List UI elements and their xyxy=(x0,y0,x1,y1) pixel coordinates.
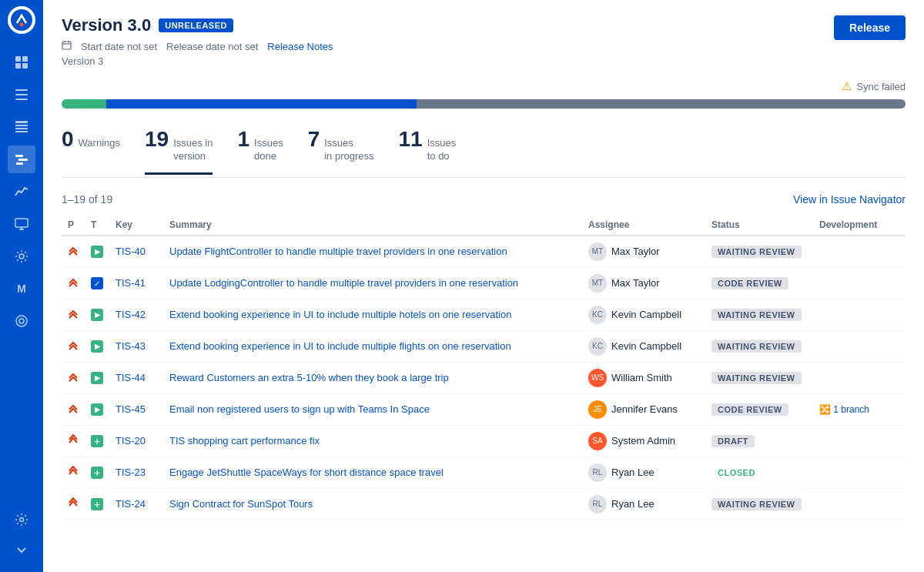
dev-branch[interactable]: 🔀 1 branch xyxy=(819,404,869,415)
issue-key-link[interactable]: TIS-41 xyxy=(116,277,146,289)
issue-key[interactable]: TIS-43 xyxy=(109,330,163,362)
dev-cell xyxy=(813,488,906,520)
dev-cell xyxy=(813,267,906,299)
issue-key-link[interactable]: TIS-23 xyxy=(116,467,146,478)
type-cell: + xyxy=(85,457,109,488)
priority-cell xyxy=(62,267,85,299)
sidebar-icon-monitor[interactable] xyxy=(8,210,35,238)
app-logo[interactable] xyxy=(8,6,35,34)
type-cell: ▶ xyxy=(85,236,109,268)
issue-summary[interactable]: Update FlightController to handle multip… xyxy=(163,236,582,268)
sidebar-icon-list[interactable] xyxy=(8,81,35,109)
svg-rect-10 xyxy=(15,125,28,126)
status-cell: WAITING REVIEW xyxy=(705,236,813,268)
table-row: ▶ TIS-40 Update FlightController to hand… xyxy=(62,236,906,268)
status-cell: CODE REVIEW xyxy=(705,267,813,299)
issue-key[interactable]: TIS-44 xyxy=(109,362,163,393)
header-meta: Start date not set Release date not set … xyxy=(62,40,333,52)
release-date-label: Release date not set xyxy=(166,41,258,52)
sidebar-icon-expand[interactable] xyxy=(8,536,35,564)
priority-cell xyxy=(62,488,85,520)
status-cell: CODE REVIEW xyxy=(705,393,813,425)
priority-cell xyxy=(62,236,85,268)
issue-summary[interactable]: Engage JetShuttle SpaceWays for short di… xyxy=(163,457,582,488)
sidebar-icon-table[interactable] xyxy=(8,113,35,141)
sync-warning-icon: ⚠ xyxy=(842,79,852,93)
sidebar-icon-chart[interactable] xyxy=(8,178,35,206)
issue-summary[interactable]: Extend booking experience in UI to inclu… xyxy=(163,330,582,362)
progress-inprogress xyxy=(106,99,417,109)
release-button[interactable]: Release xyxy=(834,15,906,40)
issue-summary[interactable]: Update LodgingController to handle multi… xyxy=(163,267,582,299)
svg-rect-12 xyxy=(15,131,28,132)
table-row: + TIS-23 Engage JetShuttle SpaceWays for… xyxy=(62,457,906,488)
version-title-row: Version 3.0 UNRELEASED xyxy=(62,15,333,35)
progress-done xyxy=(62,99,106,109)
stat-issues-done[interactable]: 1 Issuesdone xyxy=(237,127,283,175)
stat-issues-version[interactable]: 19 Issues inversion xyxy=(145,127,213,175)
assignee-avatar: MT xyxy=(588,274,607,293)
stat-issues-todo-label: Issuesto do xyxy=(427,137,457,163)
issue-key-link[interactable]: TIS-45 xyxy=(116,403,146,415)
assignee-name: Ryan Lee xyxy=(611,467,654,478)
issue-summary[interactable]: Sign Contract for SunSpot Tours xyxy=(163,488,582,520)
assignee-avatar: JE xyxy=(588,400,607,419)
status-cell: CLOSED xyxy=(705,457,813,488)
table-header-row: 1–19 of 19 View in Issue Navigator xyxy=(62,193,906,206)
issue-key-link[interactable]: TIS-24 xyxy=(116,498,146,510)
priority-cell xyxy=(62,299,85,330)
svg-point-0 xyxy=(11,9,32,31)
assignee-name: Kevin Campbell xyxy=(611,309,681,320)
priority-cell xyxy=(62,330,85,362)
sync-failed-row: ⚠ Sync failed xyxy=(62,79,906,93)
sidebar-icon-board[interactable] xyxy=(8,49,35,76)
issue-key[interactable]: TIS-40 xyxy=(109,236,163,268)
version-title: Version 3.0 xyxy=(62,15,151,35)
issue-summary[interactable]: Email non registered users to sign up wi… xyxy=(163,393,582,425)
priority-cell xyxy=(62,425,85,457)
stat-warnings-label: Warnings xyxy=(79,137,120,150)
dev-cell xyxy=(813,299,906,330)
sidebar-icon-gear[interactable] xyxy=(8,506,35,534)
assignee-cell: SA System Admin xyxy=(582,425,705,457)
view-navigator-link[interactable]: View in Issue Navigator xyxy=(793,193,906,206)
sidebar-icon-plugin[interactable] xyxy=(8,307,35,335)
issue-key-link[interactable]: TIS-42 xyxy=(116,309,146,320)
sidebar-icon-roadmap[interactable] xyxy=(8,146,35,173)
stat-warnings[interactable]: 0 Warnings xyxy=(62,127,120,175)
stat-warnings-number: 0 xyxy=(62,127,74,152)
issue-key-link[interactable]: TIS-44 xyxy=(116,372,146,383)
col-header-key: Key xyxy=(109,215,163,236)
stat-issues-todo[interactable]: 11 Issuesto do xyxy=(399,127,457,175)
main-content: Version 3.0 UNRELEASED Start date not se… xyxy=(43,0,924,572)
issue-summary[interactable]: Reward Customers an extra 5-10% when the… xyxy=(163,362,582,393)
assignee-name: Jennifer Evans xyxy=(611,403,678,415)
release-notes-link[interactable]: Release Notes xyxy=(267,41,333,52)
dev-cell xyxy=(813,236,906,268)
issue-key[interactable]: TIS-41 xyxy=(109,267,163,299)
issue-summary[interactable]: Extend booking experience in UI to inclu… xyxy=(163,299,582,330)
table-row: + TIS-20 TIS shopping cart performance f… xyxy=(62,425,906,457)
assignee-name: William Smith xyxy=(611,372,672,383)
stat-issues-inprogress[interactable]: 7 Issuesin progress xyxy=(308,127,374,175)
issue-key-link[interactable]: TIS-20 xyxy=(116,435,146,447)
sidebar-icon-module[interactable]: M xyxy=(8,275,35,303)
issue-key-link[interactable]: TIS-43 xyxy=(116,340,146,352)
issue-key[interactable]: TIS-20 xyxy=(109,425,163,457)
issue-summary[interactable]: TIS shopping cart performance fix xyxy=(163,425,582,457)
table-row: ▶ TIS-45 Email non registered users to s… xyxy=(62,393,906,425)
issue-key[interactable]: TIS-42 xyxy=(109,299,163,330)
assignee-name: Ryan Lee xyxy=(611,498,654,510)
svg-point-20 xyxy=(16,316,27,326)
stat-issues-done-label: Issuesdone xyxy=(254,137,283,163)
issue-key-link[interactable]: TIS-40 xyxy=(116,246,146,257)
assignee-name: Kevin Campbell xyxy=(611,340,681,352)
issue-key[interactable]: TIS-24 xyxy=(109,488,163,520)
issue-key[interactable]: TIS-45 xyxy=(109,393,163,425)
issue-key[interactable]: TIS-23 xyxy=(109,457,163,488)
sidebar-icon-settings[interactable] xyxy=(8,243,35,270)
type-cell: + xyxy=(85,425,109,457)
progress-bar xyxy=(62,99,906,109)
svg-rect-5 xyxy=(22,63,28,69)
page-header: Version 3.0 UNRELEASED Start date not se… xyxy=(62,15,906,67)
